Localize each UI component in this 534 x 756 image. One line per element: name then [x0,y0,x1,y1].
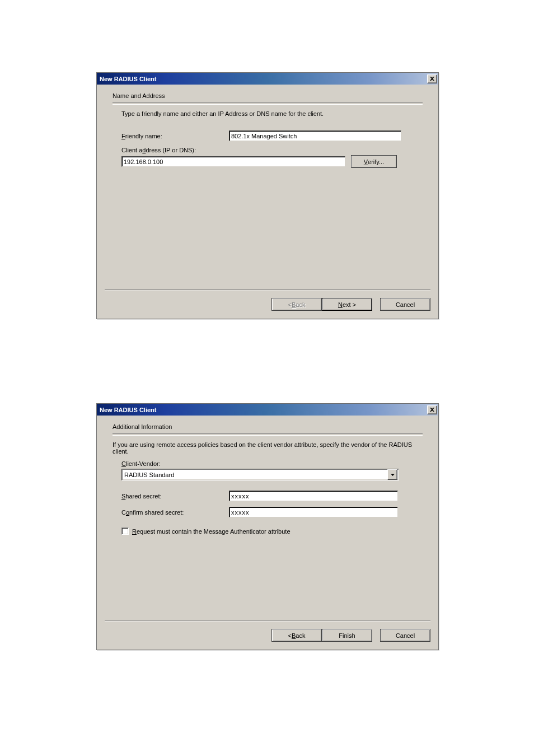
client-vendor-combobox[interactable]: RADIUS Standard [121,469,399,480]
close-icon [430,407,434,413]
dialog-content: Additional Information If you are using … [97,416,438,535]
confirm-secret-input[interactable] [229,507,398,517]
section-heading: Name and Address [113,92,423,99]
back-button[interactable]: < Back [271,629,322,642]
nav-buttons: < Back Finish Cancel [105,629,430,642]
form-area: If you are using remote access policies … [113,441,423,535]
form-area: Type a friendly name and either an IP Ad… [113,110,423,168]
nav-separator [105,620,430,622]
chevron-down-icon [387,469,397,480]
close-icon [430,76,434,82]
client-address-label: Client address (IP or DNS): [121,147,423,153]
finish-button[interactable]: Finish [322,629,372,642]
dialog-content: Name and Address Type a friendly name an… [97,85,438,168]
back-button: < Back [271,298,322,311]
message-authenticator-row: Request must contain the Message Authent… [121,528,423,535]
close-button[interactable] [427,405,437,414]
shared-secret-input[interactable] [229,491,398,501]
client-address-block: Client address (IP or DNS): Verify... [121,147,423,168]
friendly-name-label: Friendly name: [121,133,229,139]
nav-area: < Back Next > Cancel [105,289,430,311]
client-address-row: Verify... [121,155,423,168]
dialog-new-radius-client-step2: New RADIUS Client Additional Information… [96,403,439,650]
confirm-secret-label: Confirm shared secret: [121,509,229,516]
instruction-text: Type a friendly name and either an IP Ad… [121,110,423,117]
close-button[interactable] [427,74,437,83]
cancel-button[interactable]: Cancel [380,298,430,311]
page: New RADIUS Client Name and Address Type … [0,0,534,756]
shared-secret-label: Shared secret: [121,493,229,500]
heading-separator [113,102,423,105]
client-vendor-label: Client-Vendor: [121,460,423,467]
confirm-secret-row: Confirm shared secret: [121,507,423,517]
cancel-button[interactable]: Cancel [380,629,430,642]
dialog-new-radius-client-step1: New RADIUS Client Name and Address Type … [96,72,439,319]
titlebar: New RADIUS Client [97,404,438,416]
next-button[interactable]: Next > [322,298,372,311]
verify-button[interactable]: Verify... [351,155,397,168]
shared-secret-row: Shared secret: [121,491,423,501]
titlebar-title: New RADIUS Client [100,407,156,413]
titlebar: New RADIUS Client [97,73,438,85]
nav-area: < Back Finish Cancel [105,620,430,642]
instruction-text: If you are using remote access policies … [113,441,423,455]
section-heading: Additional Information [113,423,423,430]
nav-buttons: < Back Next > Cancel [105,298,430,311]
friendly-name-row: Friendly name: [121,130,423,141]
message-authenticator-checkbox[interactable] [121,528,129,535]
friendly-name-input[interactable] [229,130,401,141]
message-authenticator-label: Request must contain the Message Authent… [132,528,291,535]
heading-separator [113,433,423,436]
nav-separator [105,289,430,291]
titlebar-title: New RADIUS Client [100,76,156,82]
client-address-input[interactable] [121,156,345,167]
client-vendor-value: RADIUS Standard [124,472,174,478]
